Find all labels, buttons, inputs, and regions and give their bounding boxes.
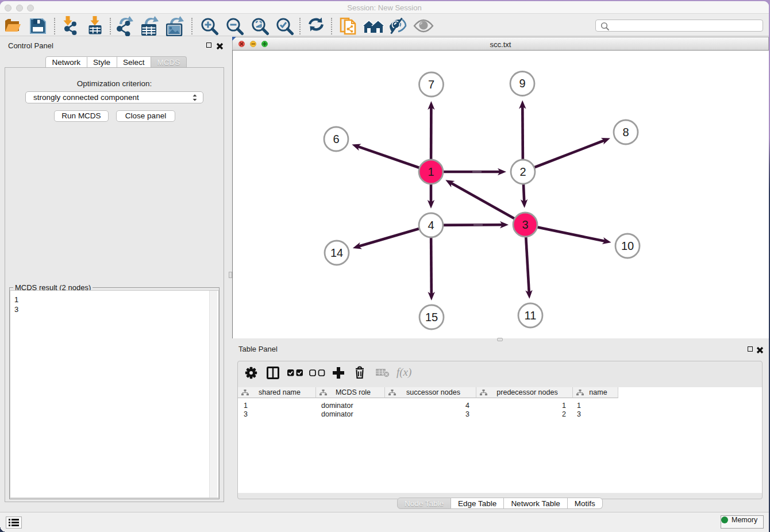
svg-text:2: 2 [519, 165, 526, 178]
svg-text:8: 8 [622, 126, 629, 138]
svg-text:4: 4 [428, 219, 434, 232]
svg-text:3: 3 [522, 218, 528, 231]
svg-text:10: 10 [621, 240, 634, 252]
svg-text:9: 9 [519, 77, 525, 90]
svg-text:7: 7 [428, 78, 434, 91]
svg-text:15: 15 [425, 311, 438, 323]
svg-text:14: 14 [330, 246, 343, 259]
svg-text:11: 11 [525, 309, 537, 322]
svg-text:1: 1 [428, 165, 434, 178]
svg-text:6: 6 [333, 133, 339, 145]
